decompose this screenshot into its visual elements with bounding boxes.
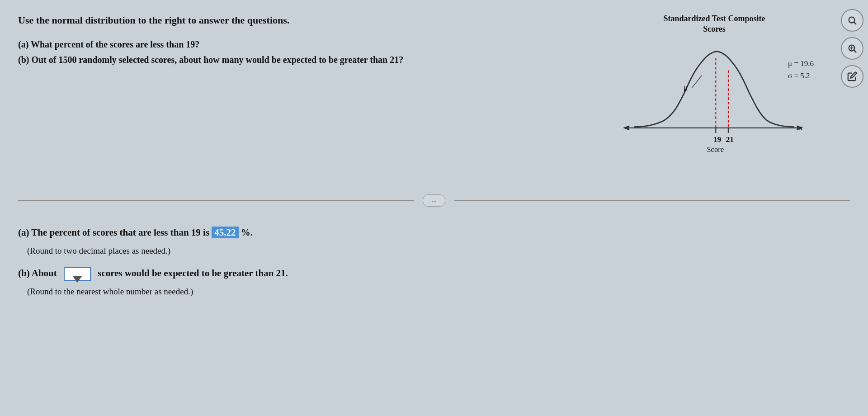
chart-params: μ = 19.6 σ = 5.2	[788, 57, 814, 82]
sigma-label: σ = 5.2	[788, 70, 814, 82]
divider-left	[18, 200, 414, 201]
svg-text:μ: μ	[683, 83, 688, 92]
part-a-question: (a) What percent of the scores are less …	[18, 37, 588, 52]
part-b-prefix: (b) About	[18, 268, 57, 279]
chart-area: Standardized Test Composite Scores	[615, 14, 850, 181]
side-icons	[841, 9, 863, 88]
expand-button[interactable]: ···	[423, 194, 446, 207]
part-b-hint: (Round to the nearest whole number as ne…	[27, 284, 850, 299]
part-a-value: 45.22	[212, 227, 238, 238]
question-area: Use the normal distribution to the right…	[18, 14, 615, 181]
svg-text:x: x	[799, 123, 803, 132]
bottom-section: (a) The percent of scores that are less …	[0, 211, 868, 315]
part-a-answer: (a) The percent of scores that are less …	[18, 225, 850, 241]
svg-line-14	[854, 22, 856, 24]
chart-wrapper: 19 21 Score μ x μ = 19.6 σ = 5.2	[619, 39, 809, 161]
part-a-prefix: (a) The percent of scores that are less …	[18, 227, 209, 238]
cursor-indicator	[73, 276, 82, 283]
top-section: Use the normal distribution to the right…	[0, 0, 868, 190]
mu-label: μ = 19.6	[788, 57, 814, 70]
svg-point-13	[849, 17, 855, 23]
svg-line-11	[692, 76, 702, 88]
search-icon-1[interactable]	[841, 9, 863, 32]
part-a-hint: (Round to two decimal places as needed.)	[27, 244, 850, 258]
part-a-suffix: %.	[241, 227, 253, 238]
svg-marker-2	[623, 125, 629, 130]
part-b-answer: (b) About scores would be expected to be…	[18, 265, 850, 282]
svg-text:19: 19	[713, 135, 722, 144]
question-parts: (a) What percent of the scores are less …	[18, 37, 588, 67]
divider-row: ···	[0, 194, 868, 207]
chart-title: Standardized Test Composite Scores	[663, 14, 765, 35]
svg-line-16	[854, 50, 856, 52]
main-container: Use the normal distribution to the right…	[0, 0, 868, 416]
normal-distribution-chart: 19 21 Score μ x	[619, 39, 809, 161]
part-b-suffix: scores would be expected to be greater t…	[98, 268, 288, 279]
svg-text:Score: Score	[707, 145, 724, 154]
divider-right	[454, 200, 850, 201]
svg-text:21: 21	[726, 135, 734, 144]
question-intro: Use the normal distribution to the right…	[18, 14, 588, 28]
search-icon-2[interactable]	[841, 37, 863, 60]
part-b-question: (b) Out of 1500 randomly selected scores…	[18, 52, 588, 67]
edit-icon[interactable]	[841, 65, 863, 88]
